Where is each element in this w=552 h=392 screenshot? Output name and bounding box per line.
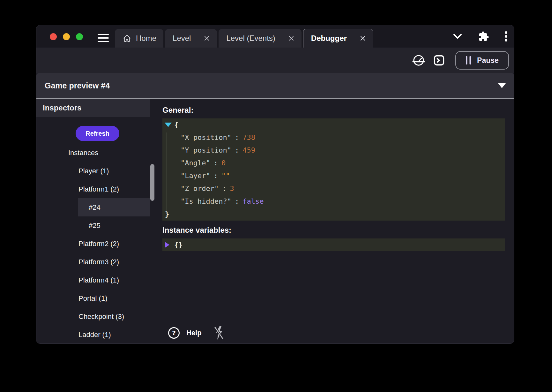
indent-guide [167, 132, 167, 212]
home-icon [123, 34, 131, 43]
tree-item-portal[interactable]: Portal (1) [36, 289, 157, 307]
tree-item-instance-25[interactable]: #25 [36, 216, 157, 235]
instance-variables-heading: Instance variables: [162, 226, 505, 235]
auto-refresh-toggle[interactable] [213, 326, 225, 340]
instance-variables-viewer: {} [162, 238, 505, 251]
debugger-content: Inspectors Refresh Instances Player (1) … [36, 99, 514, 343]
puzzle-icon [478, 31, 489, 42]
tab-label: Level (Events) [226, 34, 275, 43]
pause-icon [466, 56, 471, 65]
chevron-down-icon [452, 33, 463, 40]
kebab-menu-icon [504, 31, 508, 42]
profiler-button[interactable] [412, 54, 425, 67]
inspectors-body: Refresh Instances Player (1) Platform1 (… [36, 117, 157, 343]
json-row-z-order: "Z order":3 [162, 182, 505, 195]
console-button[interactable] [432, 54, 446, 67]
tab-label: Debugger [311, 34, 347, 43]
main-menu-icon[interactable] [98, 34, 109, 42]
help-row: ? Help [168, 326, 225, 340]
game-preview-title: Game preview #4 [45, 81, 110, 90]
zoom-window-button[interactable] [76, 33, 83, 40]
dropdown-caret-icon[interactable] [498, 83, 506, 88]
tab-debugger[interactable]: Debugger [303, 29, 373, 48]
debugger-toolbar: Pause [36, 48, 514, 73]
pause-label: Pause [477, 56, 499, 65]
json-row-y-position: "Y position":459 [162, 144, 505, 157]
minimize-window-button[interactable] [63, 33, 70, 40]
extensions-button[interactable] [478, 31, 489, 42]
general-heading: General: [162, 106, 505, 115]
refresh-button[interactable]: Refresh [76, 126, 119, 141]
tab-label: Level [173, 34, 191, 43]
help-label: Help [186, 329, 202, 337]
expand-triangle-icon[interactable] [165, 242, 169, 248]
sidebar-scrollbar[interactable] [150, 164, 154, 201]
svg-text:?: ? [172, 329, 176, 337]
close-window-button[interactable] [50, 33, 57, 40]
tabs-overflow-button[interactable] [452, 33, 463, 40]
tree-item-platform3[interactable]: Platform3 (2) [36, 253, 157, 271]
inspectors-sidebar: Inspectors Refresh Instances Player (1) … [36, 99, 157, 343]
tab-level-events[interactable]: Level (Events) [219, 29, 301, 48]
console-icon [433, 54, 445, 66]
json-close-brace: } [162, 208, 505, 221]
help-icon: ? [168, 327, 180, 339]
inspectors-header: Inspectors [36, 99, 150, 117]
tree-item-platform1[interactable]: Platform1 (2) [36, 180, 157, 198]
game-preview-selector[interactable]: Game preview #4 [36, 73, 514, 98]
window-controls [50, 33, 83, 40]
tab-bar: Home Level Level (Events) Debugger [36, 25, 514, 48]
json-row-layer: "Layer":"" [162, 170, 505, 182]
close-icon[interactable] [360, 35, 366, 41]
tab-home[interactable]: Home [115, 29, 163, 48]
general-json-viewer: { "X position":738 "Y position":459 "Ang… [162, 118, 505, 221]
close-icon[interactable] [204, 35, 210, 41]
inspector-detail-panel: General: { "X position":738 "Y position"… [157, 99, 514, 343]
tree-item-platform4[interactable]: Platform4 (1) [36, 271, 157, 289]
tree-item-instances[interactable]: Instances [36, 144, 157, 162]
json-row-angle: "Angle":0 [162, 157, 505, 170]
flash-off-icon [213, 326, 225, 340]
app-window: Home Level Level (Events) Debugger [36, 25, 514, 344]
close-icon[interactable] [288, 35, 295, 41]
instance-tree: Instances Player (1) Platform1 (2) #24 #… [36, 144, 157, 343]
collapse-triangle-icon[interactable] [165, 123, 172, 127]
pause-button[interactable]: Pause [455, 51, 509, 70]
tree-item-instance-24[interactable]: #24 [78, 198, 150, 216]
tabbar-actions [452, 25, 508, 48]
more-options-button[interactable] [504, 31, 508, 42]
tab-level[interactable]: Level [165, 29, 217, 48]
help-button[interactable]: ? Help [168, 327, 202, 339]
json-row-is-hidden: "Is hidden?":false [162, 195, 505, 208]
tree-item-platform2[interactable]: Platform2 (2) [36, 235, 157, 253]
json-row-x-position: "X position":738 [162, 131, 505, 144]
tree-item-ladder[interactable]: Ladder (1) [36, 326, 157, 343]
profiler-gauge-icon [412, 54, 425, 67]
json-open-brace: { [162, 118, 505, 131]
tab-strip: Home Level Level (Events) Debugger [115, 29, 373, 48]
tab-label: Home [136, 34, 156, 43]
tree-item-player[interactable]: Player (1) [36, 162, 157, 180]
tree-item-checkpoint[interactable]: Checkpoint (3) [36, 307, 157, 326]
